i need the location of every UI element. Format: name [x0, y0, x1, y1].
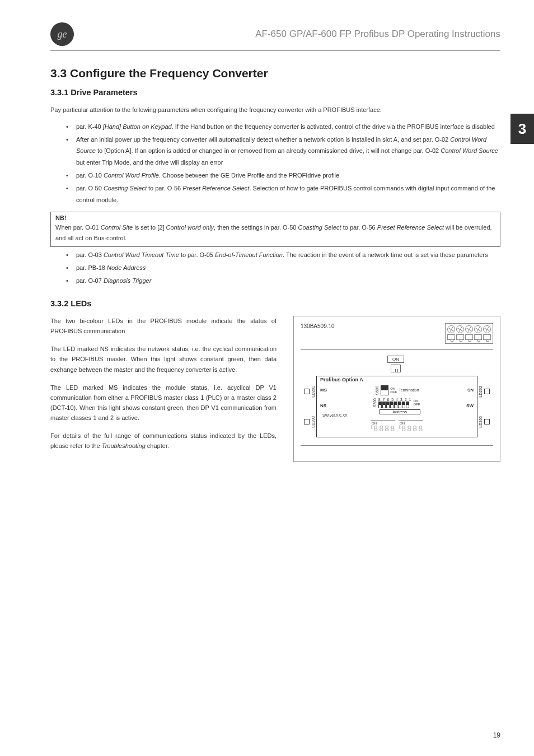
ns-label: NS — [320, 403, 326, 408]
termination-label: Termination — [399, 388, 419, 392]
diagram-column: 130BA509.10 — [293, 316, 500, 462]
sw-label: SW — [466, 403, 474, 408]
dip-switch-icon — [378, 402, 412, 408]
switch-label: S300 — [373, 398, 377, 407]
connector-icon — [445, 323, 493, 344]
sn-label: SN — [467, 388, 474, 393]
switch-label: S600 — [375, 386, 379, 395]
dip-off-label: OFF — [414, 403, 420, 406]
led-indicator-icon — [304, 419, 310, 424]
note-box: NB! When par. O-01 Control Site is set t… — [50, 212, 500, 247]
dip-numbers: 8 7 6 5 4 3 2 1 — [378, 398, 412, 402]
seven-segment-icon — [379, 425, 384, 433]
ms-label: MS — [320, 388, 327, 393]
plug-icon — [465, 334, 473, 340]
led-indicator-icon — [484, 419, 490, 424]
subsection-heading-params: 3.3.1 Drive Parameters — [50, 88, 500, 97]
intro-paragraph: Pay particular attention to the followin… — [50, 105, 500, 115]
seven-segment-icon — [385, 425, 390, 433]
module-diagram: 130BA509.10 — [293, 316, 500, 462]
list-item: par. O-10 Control Word Profile. Choose b… — [66, 170, 500, 181]
page-header: ge AF-650 GP/AF-600 FP Profibus DP Opera… — [50, 22, 500, 51]
led-paragraph: The two bi-colour LEDs in the PROFIBUS m… — [50, 316, 277, 336]
bullet-list-1: par. K-40 [Hand] Button on Keypad. If th… — [50, 121, 500, 206]
on-label: ON — [387, 356, 404, 363]
screw-terminal-icon — [456, 325, 464, 333]
led-paragraph: The LED marked NS indicates the network … — [50, 344, 277, 374]
page-number: 19 — [493, 731, 500, 739]
led-paragraph: The LED marked MS indicates the module s… — [50, 382, 277, 423]
list-item: After an initial power up the frequency … — [66, 134, 500, 169]
list-item: par. K-40 [Hand] Button on Keypad. If th… — [66, 121, 500, 133]
list-item: par. O-07 Diagnosis Trigger — [66, 275, 500, 287]
divider — [301, 445, 493, 446]
text-column: The two bi-colour LEDs in the PROFIBUS m… — [50, 316, 277, 462]
bullet-list-2: par. O-03 Control Word Timeout Time to p… — [50, 249, 500, 287]
note-body: When par. O-01 Control Site is set to [2… — [55, 222, 495, 243]
diagram-id: 130BA509.10 — [301, 323, 335, 329]
seven-segment-icon — [390, 425, 395, 433]
seven-segment-icon — [401, 425, 406, 433]
plug-icon — [456, 334, 464, 340]
list-item: par. O-50 Coasting Select to par. O-56 P… — [66, 183, 500, 206]
chapter-tab: 3 — [510, 114, 534, 144]
option-title: Profibus Option A — [320, 377, 474, 382]
led-label: LD203 — [311, 416, 315, 428]
led-indicator-icon — [484, 389, 490, 394]
note-title: NB! — [55, 214, 495, 221]
screw-terminal-icon — [465, 325, 473, 333]
led-paragraph: For details of the full range of communi… — [50, 431, 277, 451]
subsection-heading-leds: 3.3.2 LEDs — [50, 299, 500, 308]
led-label: LD200 — [479, 416, 483, 428]
chip-icon — [391, 365, 401, 372]
screw-terminal-icon — [483, 325, 491, 333]
section-heading: 3.3 Configure the Frequency Converter — [50, 67, 500, 80]
led-label: LD201 — [311, 386, 315, 398]
seven-segment-displays: ON 1 ON — [320, 421, 474, 433]
led-indicator-icon — [304, 389, 310, 394]
plug-icon — [474, 334, 482, 340]
seven-segment-icon — [407, 425, 412, 433]
ge-logo: ge — [50, 22, 74, 46]
list-item: par. O-03 Control Word Timeout Time to p… — [66, 249, 500, 261]
chapter-tab-number: 3 — [518, 120, 526, 138]
doc-title: AF-650 GP/AF-600 FP Profibus DP Operatin… — [255, 29, 500, 40]
switch-off-label: OFF — [390, 390, 397, 394]
led-label: LD202 — [479, 386, 483, 398]
display-index: 1 — [399, 425, 401, 429]
address-label: Address — [380, 409, 420, 414]
list-item: par. PB-18 Node Address — [66, 262, 500, 274]
screw-terminal-icon — [447, 325, 455, 333]
seven-segment-icon — [418, 425, 423, 433]
ge-logo-text: ge — [58, 29, 67, 40]
seven-segment-icon — [373, 425, 378, 433]
plug-icon — [447, 334, 455, 340]
seven-segment-icon — [413, 425, 418, 433]
two-column-layout: The two bi-colour LEDs in the PROFIBUS m… — [50, 316, 500, 462]
display-index: 1 — [371, 425, 373, 429]
plug-icon — [483, 334, 491, 340]
termination-switch-icon — [381, 385, 388, 395]
screw-terminal-icon — [474, 325, 482, 333]
divider — [301, 349, 493, 350]
